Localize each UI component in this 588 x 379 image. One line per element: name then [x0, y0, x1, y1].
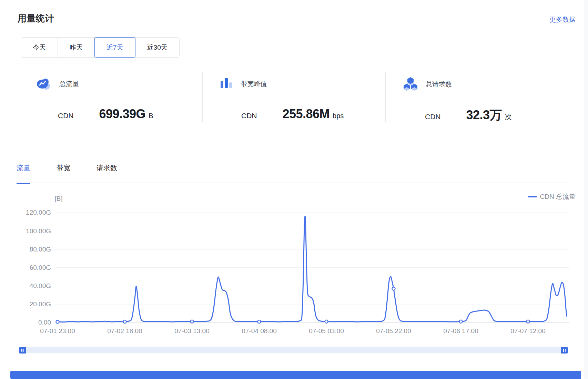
stat-label: 总请求数	[426, 80, 452, 89]
y-axis-unit-label: [B]	[48, 195, 69, 203]
stat-unit: bps	[333, 112, 344, 120]
stat-unit: B	[149, 112, 153, 120]
stat-value: 699.39G	[99, 107, 146, 121]
y-axis-tick-label: 120.00G	[7, 209, 51, 216]
stat-product: CDN	[241, 112, 257, 120]
stat-product: CDN	[425, 113, 441, 121]
card-divider	[202, 72, 203, 122]
metric-tab-2[interactable]: 请求数	[97, 163, 117, 184]
stat-value: 255.86M	[283, 107, 330, 121]
metric-tab-group: 流量带宽请求数	[17, 163, 117, 184]
tabs-divider	[17, 183, 570, 183]
y-axis-tick-label: 40.00G	[7, 282, 51, 290]
chart-legend: CDN 总流量	[476, 192, 576, 201]
y-axis-tick-label: 100.00G	[7, 227, 51, 235]
stat-product: CDN	[58, 112, 74, 120]
stat-label: 带宽峰值	[241, 80, 267, 89]
request-cubes-icon	[403, 76, 418, 92]
y-axis-tick-label: 60.00G	[7, 264, 51, 272]
date-range-tab-group: 今天昨天近7天近30天	[21, 37, 180, 58]
stat-label: 总流量	[59, 80, 79, 89]
range-tab-1[interactable]: 昨天	[58, 38, 95, 57]
range-tab-2[interactable]: 近7天	[95, 38, 135, 57]
range-tab-0[interactable]: 今天	[21, 38, 58, 57]
stat-unit: 次	[505, 112, 512, 122]
y-axis-tick-label: 20.00G	[7, 300, 51, 308]
content-right-border	[585, 0, 585, 379]
y-axis-tick-label: 0.00	[7, 319, 51, 326]
cloud-traffic-icon	[36, 76, 52, 92]
bottom-blue-bar	[10, 371, 581, 379]
stat-value: 32.3万	[466, 107, 502, 124]
card-divider	[385, 72, 386, 122]
x-axis-tick-label: 07-05 03:00	[297, 327, 356, 335]
legend-series-label: CDN 总流量	[540, 192, 576, 201]
range-tab-3[interactable]: 近30天	[135, 38, 179, 57]
metric-tab-1[interactable]: 带宽	[57, 163, 70, 184]
x-axis-tick-label: 07-03 13:00	[163, 327, 221, 335]
right-gutter	[585, 0, 588, 379]
x-axis-tick-label: 07-01 23:00	[28, 327, 87, 335]
page-title: 用量统计	[18, 12, 54, 24]
x-axis-tick-label: 07-07 12:00	[499, 327, 557, 335]
metric-tab-0[interactable]: 流量	[17, 163, 30, 184]
x-axis-tick-label: 07-02 18:00	[95, 327, 154, 335]
x-axis-tick-label: 07-06 17:00	[432, 327, 490, 335]
stat-card-total-requests: 总请求数 CDN 32.3万 次	[398, 72, 560, 124]
x-axis-tick-label: 07-04 08:00	[230, 327, 288, 335]
more-data-link[interactable]: 更多数据	[493, 15, 576, 24]
stat-card-total-traffic: 总流量 CDN 699.39G B	[31, 72, 193, 124]
slider-handle-left[interactable]	[19, 347, 26, 354]
chart-range-slider-track[interactable]	[19, 347, 568, 353]
x-axis-tick-label: 07-05 22:00	[364, 327, 423, 335]
bandwidth-bars-icon	[219, 76, 233, 92]
stat-card-peak-bandwidth: 带宽峰值 CDN 255.86M bps	[214, 72, 376, 124]
slider-handle-right[interactable]	[561, 347, 568, 354]
y-axis-tick-label: 80.00G	[7, 246, 51, 253]
legend-line-swatch	[528, 196, 537, 197]
